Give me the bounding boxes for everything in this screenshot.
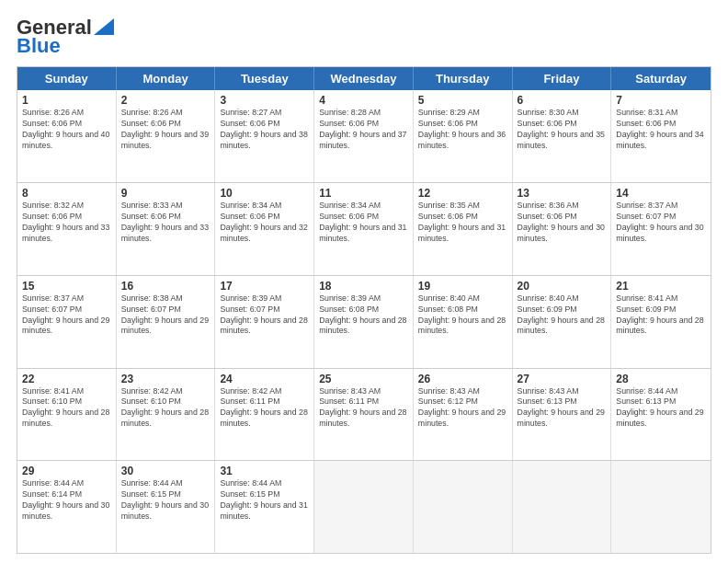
day-info: Sunrise: 8:43 AM Sunset: 6:11 PM Dayligh… (319, 386, 408, 431)
cal-day-22: 22Sunrise: 8:41 AM Sunset: 6:10 PM Dayli… (17, 369, 117, 461)
header-day-saturday: Saturday (611, 67, 711, 90)
day-number: 29 (22, 465, 111, 477)
day-number: 7 (616, 94, 706, 107)
day-info: Sunrise: 8:38 AM Sunset: 6:07 PM Dayligh… (121, 293, 210, 338)
day-info: Sunrise: 8:34 AM Sunset: 6:06 PM Dayligh… (319, 201, 408, 245)
cal-day-23: 23Sunrise: 8:42 AM Sunset: 6:10 PM Dayli… (117, 369, 216, 461)
day-info: Sunrise: 8:35 AM Sunset: 6:06 PM Dayligh… (418, 201, 507, 245)
day-number: 27 (518, 373, 607, 385)
cal-day-9: 9Sunrise: 8:33 AM Sunset: 6:06 PM Daylig… (117, 183, 216, 275)
day-info: Sunrise: 8:42 AM Sunset: 6:11 PM Dayligh… (220, 386, 309, 431)
cal-empty-4-5 (513, 461, 612, 553)
day-number: 2 (121, 94, 210, 107)
day-number: 15 (22, 280, 111, 293)
day-info: Sunrise: 8:30 AM Sunset: 6:06 PM Dayligh… (518, 108, 607, 152)
cal-week-0: 1Sunrise: 8:26 AM Sunset: 6:06 PM Daylig… (17, 90, 711, 182)
cal-week-4: 29Sunrise: 8:44 AM Sunset: 6:14 PM Dayli… (17, 460, 711, 553)
cal-day-17: 17Sunrise: 8:39 AM Sunset: 6:07 PM Dayli… (215, 276, 314, 368)
cal-day-25: 25Sunrise: 8:43 AM Sunset: 6:11 PM Dayli… (314, 369, 414, 461)
day-number: 31 (220, 465, 309, 477)
day-number: 4 (319, 94, 408, 107)
cal-day-2: 2Sunrise: 8:26 AM Sunset: 6:06 PM Daylig… (117, 90, 216, 182)
day-info: Sunrise: 8:43 AM Sunset: 6:12 PM Dayligh… (418, 386, 507, 431)
day-info: Sunrise: 8:41 AM Sunset: 6:10 PM Dayligh… (22, 386, 111, 431)
day-info: Sunrise: 8:37 AM Sunset: 6:07 PM Dayligh… (616, 201, 706, 245)
day-number: 21 (616, 280, 706, 293)
cal-day-3: 3Sunrise: 8:27 AM Sunset: 6:06 PM Daylig… (215, 90, 314, 182)
cal-day-15: 15Sunrise: 8:37 AM Sunset: 6:07 PM Dayli… (17, 276, 117, 368)
cal-day-29: 29Sunrise: 8:44 AM Sunset: 6:14 PM Dayli… (17, 461, 117, 553)
cal-day-20: 20Sunrise: 8:40 AM Sunset: 6:09 PM Dayli… (513, 276, 612, 368)
calendar: SundayMondayTuesdayWednesdayThursdayFrid… (17, 66, 711, 554)
header-day-tuesday: Tuesday (215, 67, 314, 90)
cal-day-8: 8Sunrise: 8:32 AM Sunset: 6:06 PM Daylig… (17, 183, 117, 275)
day-info: Sunrise: 8:34 AM Sunset: 6:06 PM Dayligh… (220, 201, 309, 245)
day-number: 10 (220, 187, 309, 200)
cal-day-18: 18Sunrise: 8:39 AM Sunset: 6:08 PM Dayli… (314, 276, 414, 368)
day-number: 11 (319, 187, 408, 200)
day-info: Sunrise: 8:32 AM Sunset: 6:06 PM Dayligh… (22, 201, 111, 245)
svg-marker-0 (94, 18, 114, 35)
day-number: 30 (121, 465, 210, 477)
header-day-thursday: Thursday (414, 67, 513, 90)
logo-blue: Blue (17, 35, 61, 57)
cal-day-26: 26Sunrise: 8:43 AM Sunset: 6:12 PM Dayli… (414, 369, 513, 461)
day-number: 3 (220, 94, 309, 107)
day-number: 16 (121, 280, 210, 293)
day-info: Sunrise: 8:33 AM Sunset: 6:06 PM Dayligh… (121, 201, 210, 245)
cal-day-21: 21Sunrise: 8:41 AM Sunset: 6:09 PM Dayli… (611, 276, 711, 368)
day-info: Sunrise: 8:43 AM Sunset: 6:13 PM Dayligh… (518, 386, 607, 431)
cal-day-14: 14Sunrise: 8:37 AM Sunset: 6:07 PM Dayli… (611, 183, 711, 275)
page: General Blue SundayMondayTuesdayWednesda… (0, 0, 728, 563)
day-number: 23 (121, 373, 210, 385)
header-day-monday: Monday (117, 67, 216, 90)
cal-day-5: 5Sunrise: 8:29 AM Sunset: 6:06 PM Daylig… (414, 90, 513, 182)
day-info: Sunrise: 8:39 AM Sunset: 6:08 PM Dayligh… (319, 293, 408, 338)
day-info: Sunrise: 8:26 AM Sunset: 6:06 PM Dayligh… (121, 108, 210, 152)
cal-week-2: 15Sunrise: 8:37 AM Sunset: 6:07 PM Dayli… (17, 275, 711, 368)
day-number: 8 (22, 187, 111, 200)
day-info: Sunrise: 8:42 AM Sunset: 6:10 PM Dayligh… (121, 386, 210, 431)
cal-day-4: 4Sunrise: 8:28 AM Sunset: 6:06 PM Daylig… (314, 90, 414, 182)
day-number: 26 (418, 373, 507, 385)
day-info: Sunrise: 8:37 AM Sunset: 6:07 PM Dayligh… (22, 293, 111, 338)
cal-day-12: 12Sunrise: 8:35 AM Sunset: 6:06 PM Dayli… (414, 183, 513, 275)
day-info: Sunrise: 8:41 AM Sunset: 6:09 PM Dayligh… (616, 293, 706, 338)
day-info: Sunrise: 8:27 AM Sunset: 6:06 PM Dayligh… (220, 108, 309, 152)
day-number: 22 (22, 373, 111, 385)
day-info: Sunrise: 8:44 AM Sunset: 6:14 PM Dayligh… (22, 478, 111, 523)
cal-empty-4-6 (611, 461, 711, 553)
cal-week-1: 8Sunrise: 8:32 AM Sunset: 6:06 PM Daylig… (17, 182, 711, 275)
cal-day-16: 16Sunrise: 8:38 AM Sunset: 6:07 PM Dayli… (117, 276, 216, 368)
day-number: 28 (616, 373, 706, 385)
day-number: 24 (220, 373, 309, 385)
day-info: Sunrise: 8:40 AM Sunset: 6:09 PM Dayligh… (518, 293, 607, 338)
day-number: 9 (121, 187, 210, 200)
day-info: Sunrise: 8:44 AM Sunset: 6:15 PM Dayligh… (121, 478, 210, 523)
cal-day-19: 19Sunrise: 8:40 AM Sunset: 6:08 PM Dayli… (414, 276, 513, 368)
day-number: 14 (616, 187, 706, 200)
cal-day-31: 31Sunrise: 8:44 AM Sunset: 6:15 PM Dayli… (215, 461, 314, 553)
day-number: 13 (518, 187, 607, 200)
cal-day-27: 27Sunrise: 8:43 AM Sunset: 6:13 PM Dayli… (513, 369, 612, 461)
header-day-wednesday: Wednesday (314, 67, 414, 90)
cal-empty-4-3 (314, 461, 414, 553)
cal-day-13: 13Sunrise: 8:36 AM Sunset: 6:06 PM Dayli… (513, 183, 612, 275)
day-info: Sunrise: 8:44 AM Sunset: 6:15 PM Dayligh… (220, 478, 309, 523)
day-info: Sunrise: 8:40 AM Sunset: 6:08 PM Dayligh… (418, 293, 507, 338)
header: General Blue (17, 17, 711, 57)
day-number: 25 (319, 373, 408, 385)
cal-day-28: 28Sunrise: 8:44 AM Sunset: 6:13 PM Dayli… (611, 369, 711, 461)
cal-week-3: 22Sunrise: 8:41 AM Sunset: 6:10 PM Dayli… (17, 368, 711, 461)
day-info: Sunrise: 8:26 AM Sunset: 6:06 PM Dayligh… (22, 108, 111, 152)
cal-empty-4-4 (414, 461, 513, 553)
day-info: Sunrise: 8:39 AM Sunset: 6:07 PM Dayligh… (220, 293, 309, 338)
cal-day-11: 11Sunrise: 8:34 AM Sunset: 6:06 PM Dayli… (314, 183, 414, 275)
day-number: 17 (220, 280, 309, 293)
day-number: 1 (22, 94, 111, 107)
logo: General Blue (17, 17, 114, 57)
day-number: 20 (518, 280, 607, 293)
day-info: Sunrise: 8:31 AM Sunset: 6:06 PM Dayligh… (616, 108, 706, 152)
calendar-header: SundayMondayTuesdayWednesdayThursdayFrid… (17, 67, 711, 90)
cal-day-10: 10Sunrise: 8:34 AM Sunset: 6:06 PM Dayli… (215, 183, 314, 275)
